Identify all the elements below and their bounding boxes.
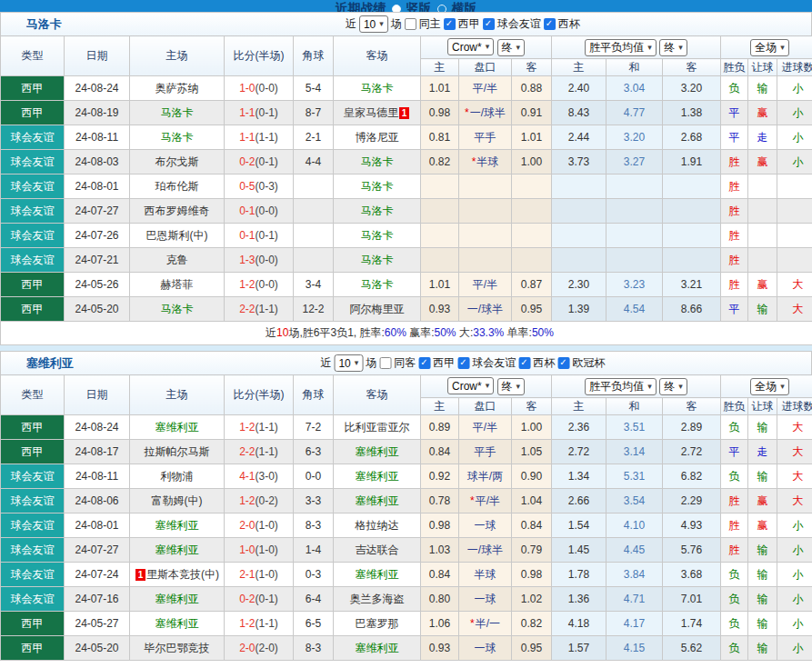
same-venue-checkbox[interactable] — [405, 18, 416, 30]
team-link[interactable]: 马洛卡 — [361, 180, 394, 193]
score-cell[interactable]: 0-2(0-1) — [225, 587, 294, 612]
layout-radio-vertical-icon[interactable] — [392, 5, 401, 12]
league-checkbox[interactable] — [544, 18, 556, 30]
score-cell[interactable]: 1-2(1-1) — [225, 612, 294, 636]
score-cell[interactable]: 2-0(2-0) — [225, 636, 294, 661]
team-link[interactable]: 马洛卡 — [361, 155, 394, 168]
team-link[interactable]: 珀布伦斯 — [155, 180, 199, 193]
away-odds-cell: 0.90 — [512, 464, 552, 489]
odds-source-select[interactable]: Crow*▾ — [447, 38, 494, 55]
team-link[interactable]: 马洛卡 — [161, 106, 194, 119]
scope-select[interactable]: 全场▾ — [750, 39, 789, 56]
horizontal-layout-label[interactable]: 横版 — [452, 1, 477, 12]
result-cell: 胜 — [721, 248, 748, 273]
team-link[interactable]: 塞维利亚 — [356, 568, 399, 581]
avg-odds-select[interactable]: 胜平负均值▾ — [585, 39, 657, 56]
team-link[interactable]: 比利亚雷亚尔 — [345, 421, 410, 434]
team-link[interactable]: 马洛卡 — [361, 82, 394, 95]
score-cell[interactable]: 2-0(1-0) — [225, 513, 294, 538]
odds-final-select[interactable]: 终▾ — [497, 39, 526, 56]
team-link[interactable]: 塞维利亚 — [356, 642, 399, 654]
score-cell[interactable]: 1-3(0-0) — [225, 248, 294, 273]
match-type-cell: 球会友谊 — [1, 150, 65, 174]
league-checkbox[interactable] — [518, 357, 530, 369]
team-link[interactable]: 克鲁 — [166, 254, 188, 266]
avg-final-select[interactable]: 终▾ — [659, 39, 687, 56]
team-link[interactable]: 富勒姆(中) — [152, 494, 203, 507]
team-link[interactable]: 布尔戈斯 — [155, 155, 199, 168]
team-link[interactable]: 奥兰多海盗 — [350, 593, 405, 605]
team-link[interactable]: 阿尔梅里亚 — [350, 303, 405, 315]
halftime-score: (3-0) — [256, 470, 278, 483]
avg-away-cell — [663, 199, 721, 224]
team-link[interactable]: 西布罗姆维奇 — [145, 204, 210, 217]
topbar-title[interactable]: 近期战绩 — [336, 1, 386, 12]
league-checkbox[interactable] — [444, 18, 456, 30]
team-link[interactable]: 塞维利亚 — [356, 494, 399, 507]
team-link[interactable]: 马洛卡 — [361, 204, 394, 217]
team-link[interactable]: 格拉纳达 — [356, 519, 399, 532]
score-cell[interactable]: 2-2(1-1) — [225, 440, 294, 464]
team-link[interactable]: 马洛卡 — [361, 278, 394, 291]
team-link[interactable]: 马洛卡 — [361, 254, 394, 266]
score-cell[interactable]: 2-1(1-0) — [225, 563, 294, 587]
handicap-result-value: 输 — [757, 642, 768, 654]
team-link[interactable]: 皇家马德里 — [344, 106, 398, 119]
odds-source-select[interactable]: Crow*▾ — [447, 377, 494, 394]
team-link[interactable]: 吉达联合 — [356, 543, 399, 556]
league-checkbox[interactable] — [457, 357, 469, 369]
score-cell[interactable]: 0-5(0-3) — [225, 174, 294, 199]
vertical-layout-label[interactable]: 竖版 — [406, 1, 432, 12]
team-link[interactable]: 里斯本竞技(中) — [146, 568, 219, 581]
avg-home-cell: 1.54 — [552, 513, 606, 538]
team-link[interactable]: 马洛卡 — [161, 303, 194, 315]
team-link[interactable]: 马洛卡 — [161, 131, 194, 144]
score-cell[interactable]: 1-2(0-2) — [225, 489, 294, 513]
score-cell[interactable]: 1-1(0-1) — [225, 101, 294, 125]
handicap-result-cell: 输 — [748, 612, 777, 636]
team-link[interactable]: 奥萨苏纳 — [155, 82, 199, 95]
odds-final-select[interactable]: 终▾ — [497, 378, 526, 395]
team-link[interactable]: 塞维利亚 — [356, 445, 399, 458]
corner-cell: 3-3 — [294, 489, 334, 513]
score-cell[interactable]: 1-2(0-0) — [225, 273, 294, 297]
handicap-result-cell — [748, 224, 777, 248]
home-odds-cell: 0.93 — [421, 636, 459, 661]
league-checkbox[interactable] — [557, 357, 569, 369]
team-link[interactable]: 塞维利亚 — [155, 617, 199, 630]
team-link[interactable]: 塞维利亚 — [356, 470, 399, 483]
team-link[interactable]: 毕尔巴鄂竞技 — [145, 642, 210, 654]
team-link[interactable]: 塞维利亚 — [155, 519, 199, 532]
team-link[interactable]: 塞维利亚 — [155, 593, 199, 605]
score-cell[interactable]: 0-2(0-1) — [225, 150, 294, 174]
same-venue-checkbox[interactable] — [379, 357, 391, 369]
scope-header: 全场▾ — [721, 375, 812, 398]
avg-odds-select[interactable]: 胜平负均值▾ — [585, 378, 657, 395]
scope-select[interactable]: 全场▾ — [750, 378, 789, 395]
league-checkbox[interactable] — [418, 357, 430, 369]
result-cell: 负 — [721, 587, 748, 612]
avg-final-select[interactable]: 终▾ — [659, 378, 687, 395]
league-checkbox[interactable] — [483, 18, 495, 30]
team-link[interactable]: 马洛卡 — [361, 229, 394, 242]
score-cell[interactable]: 1-1(1-1) — [225, 125, 294, 150]
score-cell[interactable]: 1-2(1-1) — [225, 415, 294, 440]
team-link[interactable]: 利物浦 — [161, 470, 194, 483]
score-cell[interactable]: 0-1(0-1) — [225, 224, 294, 248]
team-link[interactable]: 博洛尼亚 — [356, 131, 399, 144]
team-link[interactable]: 塞维利亚 — [155, 421, 199, 434]
layout-radio-horizontal-icon[interactable] — [437, 5, 446, 12]
score-cell[interactable]: 0-1(0-0) — [225, 199, 294, 224]
score-cell[interactable]: 2-2(1-1) — [225, 297, 294, 322]
team-link[interactable]: 赫塔菲 — [161, 278, 194, 291]
team-link[interactable]: 巴恩斯利(中) — [146, 229, 208, 242]
match-count-select[interactable]: 10 ▾ — [359, 15, 388, 33]
team-link[interactable]: 拉斯帕尔马斯 — [145, 445, 210, 458]
score-cell[interactable]: 1-0(1-0) — [225, 538, 294, 563]
match-count-select[interactable]: 10 ▾ — [334, 354, 363, 372]
team-link[interactable]: 塞维利亚 — [155, 543, 199, 556]
score-cell[interactable]: 1-0(0-0) — [225, 76, 294, 101]
team-link[interactable]: 巴塞罗那 — [356, 617, 399, 630]
score-cell[interactable]: 4-1(3-0) — [225, 464, 294, 489]
result-cell: 胜 — [721, 150, 748, 174]
